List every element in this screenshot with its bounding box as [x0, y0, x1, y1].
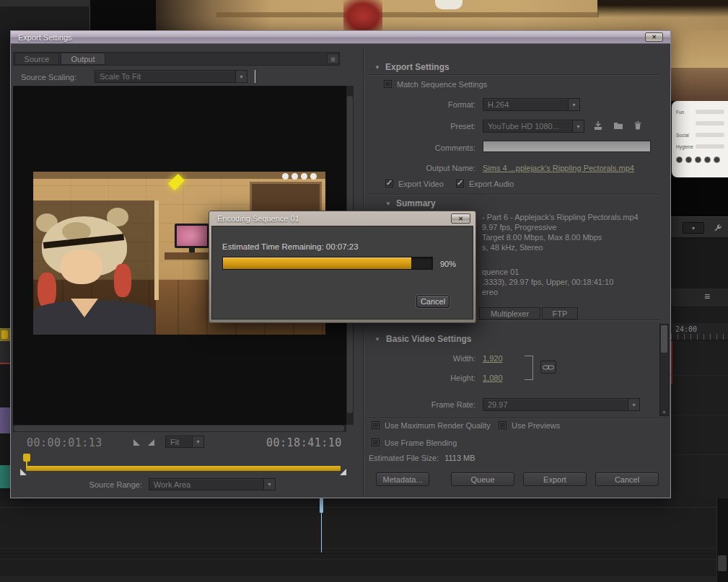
source-scaling-label: Source Scaling: [21, 73, 76, 81]
face [61, 250, 102, 284]
sims-needs-panel: Fun Social Hygiene [672, 101, 728, 177]
sims-ui-button[interactable] [676, 156, 683, 163]
basic-video-settings-header: Basic Video Settings [386, 334, 471, 344]
sims-ui-button[interactable] [685, 156, 692, 163]
comments-input[interactable] [483, 141, 651, 152]
screen: Fun Social Hygiene ▾ ≡ [0, 0, 728, 582]
width-value[interactable]: 1,920 [483, 354, 503, 363]
marker-icon [1, 330, 8, 339]
sims-ui-button[interactable] [714, 156, 720, 163]
background-dropdown[interactable]: ▾ [683, 222, 704, 234]
frame-rate-label: Frame Rate: [369, 400, 475, 409]
timeline-ruler: 24:00 [671, 323, 728, 340]
tab-source[interactable]: Source [14, 53, 59, 65]
settings-scrollbar[interactable]: ▼ [659, 324, 669, 416]
metadata-button[interactable]: Metadata... [376, 472, 429, 486]
disclosure-icon[interactable]: ▼ [385, 200, 391, 207]
out-point-icon[interactable] [148, 439, 154, 446]
window-titlebar[interactable]: Export Settings ✕ [11, 31, 670, 44]
check-icon: ✓ [386, 178, 392, 188]
encoding-progress-dialog: Encoding Sequence 01 ✕ Estimated Time Re… [209, 211, 476, 323]
queue-button[interactable]: Queue [451, 472, 514, 486]
need-row: Hygiene [676, 141, 724, 152]
chevron-down-icon: ▾ [628, 399, 639, 410]
height-label: Height: [369, 374, 475, 382]
import-preset-button[interactable] [613, 120, 623, 133]
window-close-button[interactable]: ✕ [645, 32, 663, 42]
time-remaining-value: 00:07:23 [326, 242, 359, 251]
summary-header: Summary [396, 198, 436, 208]
disclosure-icon[interactable]: ▼ [374, 64, 380, 71]
height-value[interactable]: 1,080 [483, 374, 503, 382]
tab-multiplexer[interactable]: Multiplexer [479, 307, 540, 319]
estimated-file-size-value: 1113 MB [444, 454, 475, 462]
disclosure-icon[interactable]: ▼ [374, 336, 380, 343]
summary-block: - Part 6 - Applejack's Rippling Pectoral… [482, 212, 662, 297]
source-range-dropdown[interactable]: Work Area ▾ [149, 478, 276, 490]
tab-ftp[interactable]: FTP [542, 307, 578, 319]
output-name-label: Output Name: [369, 164, 475, 172]
work-area-start-handle[interactable] [20, 469, 27, 475]
vertical-scrollbar-handle[interactable] [718, 555, 727, 571]
cancel-button[interactable]: Cancel [595, 472, 659, 486]
shirt [33, 300, 154, 335]
chevron-down-icon: ▾ [572, 120, 584, 132]
game-strip [0, 0, 728, 30]
dialog-titlebar[interactable]: Encoding Sequence 01 ✕ [211, 211, 473, 226]
sims-ui-button[interactable] [704, 156, 711, 163]
match-sequence-checkbox[interactable] [384, 80, 392, 88]
in-point-icon[interactable] [133, 439, 140, 446]
need-bar [696, 133, 724, 137]
need-label: Hygiene [676, 144, 696, 149]
dialog-cancel-button[interactable]: Cancel [416, 295, 449, 308]
current-timecode[interactable]: 00:00:01:13 [27, 436, 102, 449]
red-hair-tuft [114, 264, 131, 297]
zoom-level-dropdown[interactable]: Fit ▾ [165, 436, 204, 448]
need-row: Social [676, 129, 724, 141]
tab-output[interactable]: Output [61, 53, 105, 65]
link-aspect-button[interactable] [540, 361, 556, 374]
timeline-tracks-right [671, 340, 728, 498]
aspect-bracket [525, 356, 533, 380]
dropdown-value: Scale To Fit [95, 71, 235, 82]
use-previews-checkbox[interactable] [499, 421, 506, 429]
panel-menu-icon[interactable]: ≡ [704, 291, 710, 302]
frame-rate-dropdown[interactable]: 29.97 ▾ [483, 398, 640, 411]
work-area-bar[interactable] [26, 466, 341, 471]
use-max-render-checkbox[interactable] [372, 421, 380, 429]
source-scaling-dropdown[interactable]: Scale To Fit ▾ [95, 70, 247, 83]
summary-line: - Part 6 - Applejack's Rippling Pectoral… [482, 212, 662, 222]
need-row: Fun [676, 106, 724, 118]
use-max-render-label: Use Maximum Render Quality [385, 421, 491, 430]
panel-menu-button[interactable]: ≡ [327, 53, 339, 64]
track-header-strip [0, 30, 10, 498]
export-button[interactable]: Export [523, 472, 587, 486]
timeline-playhead[interactable] [320, 498, 323, 513]
dialog-title: Encoding Sequence 01 [211, 214, 299, 223]
use-frame-blending-checkbox[interactable] [372, 438, 380, 446]
chevron-down-icon: ▾ [192, 436, 203, 447]
summary-line: .3333), 29.97 fps, Upper, 00:18:41:10 [482, 277, 662, 287]
output-name-link[interactable]: Sims 4 ...pplejack's Rippling Pectorals.… [483, 164, 634, 172]
need-bar [696, 121, 724, 125]
check-icon: ✓ [457, 178, 463, 188]
wrench-icon[interactable] [713, 223, 722, 236]
scroll-down-icon[interactable]: ▼ [662, 410, 667, 415]
need-row [676, 118, 724, 129]
preset-dropdown[interactable]: YouTube HD 1080... ▾ [483, 120, 584, 133]
delete-preset-button[interactable] [633, 120, 643, 133]
dialog-close-button[interactable]: ✕ [451, 213, 470, 224]
export-settings-header: Export Settings [385, 62, 449, 72]
playhead-marker[interactable] [23, 454, 30, 462]
export-video-checkbox[interactable]: ✓ [385, 180, 393, 188]
export-audio-checkbox[interactable]: ✓ [456, 180, 464, 188]
format-dropdown[interactable]: H.264 ▾ [483, 98, 580, 111]
summary-line: 9.97 fps, Progressive [482, 222, 662, 232]
sims-ui-button[interactable] [695, 156, 701, 163]
work-area-end-handle[interactable] [340, 469, 346, 475]
summary-line: ereo [482, 287, 662, 297]
save-preset-button[interactable] [593, 120, 603, 133]
preview-horizontal-scrollbar[interactable] [13, 425, 346, 432]
text-caret [255, 70, 255, 83]
scrollbar-handle[interactable] [661, 325, 667, 353]
